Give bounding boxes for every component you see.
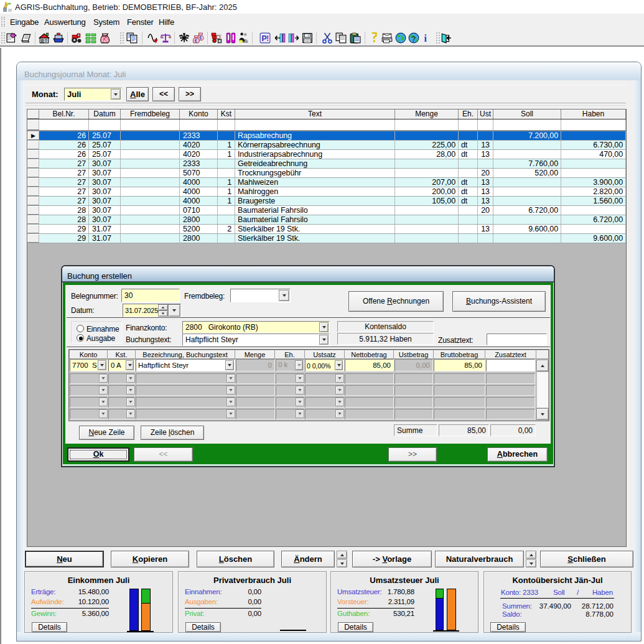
svg-text:!: !: [266, 34, 269, 43]
svg-text:i: i: [424, 33, 427, 44]
svg-text:€: €: [195, 38, 197, 44]
svg-text:€: €: [199, 35, 202, 40]
svg-text:?: ?: [411, 35, 416, 44]
